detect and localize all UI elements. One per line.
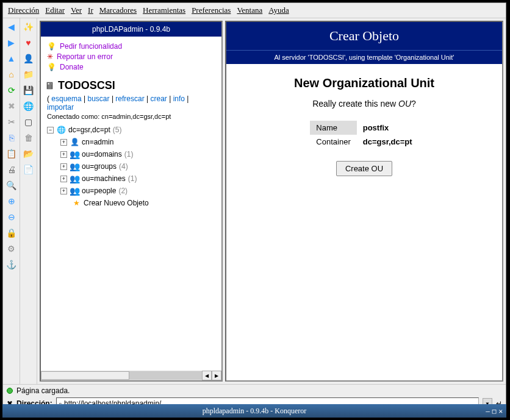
donate-link[interactable]: Donate (60, 63, 84, 71)
group-icon: 👥 (70, 186, 79, 196)
folder-home-icon[interactable]: 📁 (21, 67, 36, 82)
window-title: phpldapadmin - 0.9.4b - Konqueror (203, 407, 307, 416)
minimize-icon[interactable]: — (486, 407, 490, 415)
tree-item[interactable]: + 👥 ou=people (2) (47, 185, 215, 197)
menu-ver[interactable]: Ver (71, 5, 82, 15)
heart-icon[interactable]: ♥ (21, 35, 36, 50)
collapse-icon[interactable]: − (47, 127, 54, 133)
name-value: postfix (357, 121, 418, 135)
menu-marcadores[interactable]: Marcadores (99, 5, 137, 15)
tree-item[interactable]: + 👤 cn=admin (47, 136, 215, 148)
bulb-icon: 💡 (47, 63, 56, 71)
toolbar-left-1: ◀ ▶ ▲ ⌂ ⟳ ✖ ✂ ⎘ 📋 🖨 🔍 ⊕ ⊖ 🔒 ⚙ ⚓ (3, 18, 20, 384)
scroll-left-icon[interactable]: ◀ (202, 371, 212, 380)
tree-item[interactable]: + 👥 ou=groups (4) (47, 160, 215, 173)
back-icon[interactable]: ◀ (4, 20, 19, 34)
menubar: Dirección Editar Ver Ir Marcadores Herra… (3, 3, 506, 18)
trash-icon[interactable]: 🗑 (21, 130, 36, 145)
statusbar: Página cargada. (3, 384, 506, 396)
tree-item[interactable]: + 👥 ou=machines (1) (47, 173, 215, 185)
container-value: dc=gsr,dc=pt (357, 135, 418, 149)
zoom-out-icon[interactable]: ⊖ (4, 210, 19, 224)
monitor-icon: 🖥 (45, 80, 54, 91)
network-icon[interactable]: 🌐 (21, 99, 36, 113)
user-icon[interactable]: 👤 (21, 51, 36, 66)
expand-icon[interactable]: + (60, 163, 67, 170)
menu-preferencias[interactable]: Preferencias (192, 5, 231, 15)
tree-create-new[interactable]: ★ Crear Nuevo Objeto (47, 197, 215, 209)
drive-icon[interactable]: 💾 (21, 83, 36, 98)
globe-icon: 🌐 (56, 125, 66, 135)
nav-buscar[interactable]: buscar (88, 94, 110, 103)
menu-editar[interactable]: Editar (45, 5, 65, 15)
bulb-icon: 💡 (47, 42, 56, 51)
report-link[interactable]: Reportar un error (57, 52, 113, 61)
maximize-icon[interactable]: □ (492, 407, 497, 415)
forward-icon[interactable]: ▶ (4, 35, 19, 50)
left-panel: phpLDAPadmin - 0.9.4b 💡Pedir funcionalid… (40, 21, 223, 382)
nav-refrescar[interactable]: refrescar (115, 94, 144, 103)
scrollbar-horizontal[interactable]: ◀ ▶ (41, 371, 221, 380)
wizard-icon[interactable]: ✨ (21, 20, 36, 34)
group-icon: 👥 (70, 162, 79, 171)
up-icon[interactable]: ▲ (4, 51, 19, 66)
ldap-tree: − 🌐 dc=gsr,dc=pt (5) + 👤 cn=admin + 👥 (41, 121, 221, 212)
security-icon[interactable]: 🔒 (4, 226, 19, 240)
nav-info[interactable]: info (173, 94, 185, 103)
gear-icon[interactable]: ⚙ (4, 241, 19, 256)
server-name: TODOSCSI (58, 79, 115, 92)
scroll-right-icon[interactable]: ▶ (212, 371, 221, 380)
content-area: phpLDAPadmin - 0.9.4b 💡Pedir funcionalid… (37, 18, 506, 384)
create-ou-button[interactable]: Create OU (336, 161, 392, 176)
expand-icon[interactable]: + (60, 151, 67, 158)
home-icon[interactable]: ⌂ (4, 67, 19, 82)
menu-direccion[interactable]: Dirección (8, 5, 39, 15)
nav-esquema[interactable]: esquema (51, 94, 81, 103)
reload-icon[interactable]: ⟳ (4, 83, 19, 98)
status-indicator-icon (7, 388, 13, 394)
folder-open-icon[interactable]: 📂 (21, 146, 36, 161)
status-text: Página cargada. (16, 386, 70, 395)
print-icon[interactable]: 🖨 (4, 162, 19, 177)
document-icon[interactable]: 📄 (21, 162, 36, 177)
nav-importar[interactable]: importar (47, 103, 74, 112)
scrollbar-thumb[interactable] (41, 371, 129, 380)
window-titlebar: phpldapadmin - 0.9.4b - Konqueror — □ ✕ (2, 404, 506, 418)
request-link[interactable]: Pedir funcionalidad (60, 42, 122, 51)
connected-as: Conectado como: cn=admin,dc=gsr,dc=pt (41, 112, 221, 121)
toolbar-left-2: ✨ ♥ 👤 📁 💾 🌐 ▢ 🗑 📂 📄 (20, 18, 37, 384)
cut-icon[interactable]: ✂ (4, 115, 19, 129)
ou-info-table: Name postfix Container dc=gsr,dc=pt (310, 121, 418, 149)
stop-icon[interactable]: ✖ (4, 99, 19, 113)
copy-icon[interactable]: ⎘ (4, 130, 19, 145)
terminal-icon[interactable]: ▢ (21, 115, 36, 129)
find-icon[interactable]: 🔍 (4, 178, 19, 193)
menu-ayuda[interactable]: Ayuda (268, 5, 289, 15)
star-icon: ★ (71, 198, 81, 208)
zoom-in-icon[interactable]: ⊕ (4, 194, 19, 208)
server-nav: ( esquema | buscar | refrescar | crear |… (41, 94, 221, 112)
confirm-question: Really create this new OU? (239, 99, 490, 109)
nav-crear[interactable]: crear (150, 94, 167, 103)
tool-icon[interactable]: ⚓ (4, 257, 19, 272)
group-icon: 👥 (70, 174, 79, 183)
menu-ir[interactable]: Ir (88, 5, 93, 15)
expand-icon[interactable]: + (60, 188, 67, 194)
menu-herramientas[interactable]: Herramientas (143, 5, 185, 15)
close-icon[interactable]: ✕ (498, 407, 503, 415)
user-icon: 👤 (70, 137, 79, 147)
name-label: Name (310, 121, 356, 135)
create-object-body: New Organizational Unit Really create th… (226, 64, 502, 188)
paste-icon[interactable]: 📋 (4, 146, 19, 161)
new-ou-heading: New Organizational Unit (239, 76, 490, 90)
tree-item[interactable]: + 👥 ou=domains (1) (47, 148, 215, 160)
app-header: phpLDAPadmin - 0.9.4b (41, 22, 221, 37)
top-links: 💡Pedir funcionalidad ✳Reportar un error … (41, 37, 221, 77)
bug-icon: ✳ (47, 52, 53, 61)
expand-icon[interactable]: + (60, 139, 67, 146)
create-object-subtitle: Al servidor 'TODOSCSI', using template '… (226, 50, 502, 64)
container-label: Container (310, 135, 356, 149)
menu-ventana[interactable]: Ventana (237, 5, 262, 15)
expand-icon[interactable]: + (60, 176, 67, 182)
tree-root[interactable]: − 🌐 dc=gsr,dc=pt (5) (47, 124, 215, 136)
